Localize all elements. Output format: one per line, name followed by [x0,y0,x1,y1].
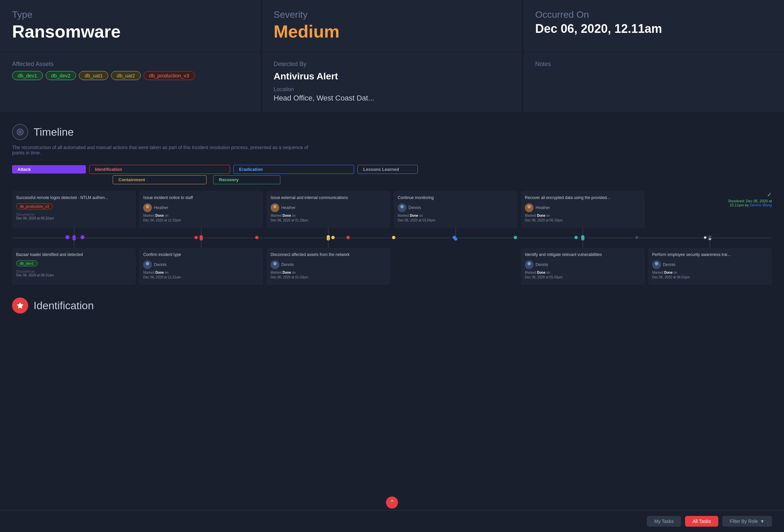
svg-point-10 [526,209,532,212]
svg-point-6 [272,209,278,212]
card-title-b1: Bazaar loader identified and detected [16,252,132,258]
location-label: Location [274,86,510,92]
asset-tag-db-dev1[interactable]: db_dev1 [12,71,43,80]
svg-point-13 [273,262,277,265]
marked-done-b6: Marked Done onDec 06, 2020 at 08.01pm [652,270,768,280]
phase-eradication: Eradication [233,165,354,174]
svg-point-14 [272,266,278,269]
avatar-heather-t2 [143,203,152,212]
tag-db-production[interactable]: db_production_v3 [16,203,53,209]
card-title-b5: Identify and mitigate relevant vulnerabi… [525,252,641,258]
severity-card: Severity Medium [261,0,523,52]
dot-purple-2 [81,235,84,239]
notes-label: Notes [535,61,772,68]
timeline-card-bazaar: Bazaar loader identified and detected db… [12,248,136,285]
timeline-card-recover-data: Recover all encrypted data using the pro… [521,191,644,228]
dot-white-1 [703,236,707,239]
phase-row-2: Containment Recovery [12,175,772,184]
connector-line-b2 [201,238,201,248]
user-row-t4: Dennis [398,203,513,212]
username-heather-t2: Heather [154,205,168,210]
dot-blue-1 [453,236,456,239]
occurred-label-b1: Occurred onDec 06, 2020 at 08.31am [16,270,132,277]
username-dennis-b2: Dennis [154,262,166,267]
timeline-card-security-awareness: Perform employee security awareness trai… [648,248,772,285]
check-icon: ✓ [728,191,772,198]
severity-value: Medium [274,22,510,41]
identification-section: Identification [0,288,784,341]
svg-point-16 [526,266,532,269]
phase-lessons-learned: Lessons Learned [358,165,418,174]
timeline-bottom-cards: Bazaar loader identified and detected db… [12,248,772,285]
dot-yellow-2 [392,236,395,239]
all-tasks-button[interactable]: All Tasks [685,516,718,527]
asset-tag-db-dev2[interactable]: db_dev2 [46,71,77,80]
svg-point-12 [144,266,150,269]
phase-attack: Attack [12,165,86,174]
marked-done-t5: Marked Done onDec 06, 2020 at 06.10pm [525,213,641,223]
assets-card: Affected Assets db_dev1 db_dev2 db_uat1 … [0,53,261,112]
timeline-card-remote-logon: Successful remote logon detected - NTLM … [12,191,136,228]
type-label: Type [12,9,249,20]
username-dennis-b3: Dennis [281,262,294,267]
avatar-dennis-b3 [271,260,279,269]
avatar-heather-t5 [525,203,533,212]
severity-label: Severity [274,9,510,20]
dot-teal-2 [575,236,578,239]
asset-tag-db-production[interactable]: db_production_v3 [143,71,195,80]
svg-point-7 [400,205,404,208]
timeline-description: The reconstruction of all automated and … [12,145,314,155]
svg-point-3 [146,205,149,208]
svg-point-11 [146,262,149,265]
connector-line-b1 [74,238,74,248]
marked-done-t3: Marked Done onDec 06, 2020 at 01.28pm [271,213,386,223]
occurred-label: Occurred On [535,9,772,20]
dot-purple-1 [65,235,69,239]
marked-done-b5: Marked Done onDec 06, 2020 at 05.56pm [525,270,641,280]
timeline-cards-area: Successful remote logon detected - NTLM … [12,191,772,288]
dot-red-2 [255,236,258,239]
dot-b6 [708,235,711,239]
dot-gray-1 [635,236,639,239]
timeline-line-row [12,228,772,248]
connector-line-b6 [710,238,710,248]
marked-done-b3: Marked Done onDec 06, 2020 at 01.03pm [271,270,386,280]
card-title-t2: Issue incident notice to staff [143,195,259,201]
timeline-header: Timeline [12,124,772,140]
avatar-dennis-b6 [652,260,661,269]
occurred-card: Occurred On Dec 06, 2020, 12.11am [523,0,784,52]
asset-tag-db-uat2[interactable]: db_uat2 [111,71,140,80]
location-value: Head Office, West Coast Dat... [274,94,510,102]
filter-by-role-button[interactable]: Filter By Role ▼ [722,516,772,527]
scroll-up-button[interactable]: ⌃ [386,497,398,508]
tag-db-dev1[interactable]: db_dev1 [16,260,37,266]
notes-card: Notes [523,53,784,112]
svg-point-9 [528,205,531,208]
dot-b3 [327,235,330,239]
filter-by-role-label: Filter By Role [730,519,758,524]
user-row-b2: Dennis [143,260,259,269]
phase-identification: Identification [89,165,230,174]
card-title-t5: Recover all encrypted data using the pro… [525,195,641,201]
dot-teal-1 [514,236,517,239]
identification-icon [12,297,28,314]
svg-point-4 [144,209,150,212]
card-title-t4: Continue monitoring [398,195,513,201]
dot-b1 [73,235,76,239]
timeline-section: Timeline The reconstruction of all autom… [0,112,784,288]
timeline-card-external-comms: Issue external and internal communicatio… [267,191,390,228]
dot-red-3 [346,236,350,239]
asset-tag-db-uat1[interactable]: db_uat1 [79,71,108,80]
username-dennis-b5: Dennis [535,262,548,267]
detected-value: Antivirus Alert [274,71,510,82]
timeline-card-incident-notice: Issue incident notice to staff Heather M… [139,191,263,228]
svg-point-15 [528,262,531,265]
username-heather-t5: Heather [535,205,550,210]
occurred-value: Dec 06, 2020, 12.11am [535,22,772,35]
username-dennis-t4: Dennis [409,205,421,210]
connector-line-b5 [583,238,583,248]
my-tasks-button[interactable]: My Tasks [647,516,681,527]
card-title-b2: Confirm incident type [143,252,259,258]
svg-point-17 [655,262,658,265]
svg-point-5 [273,205,277,208]
